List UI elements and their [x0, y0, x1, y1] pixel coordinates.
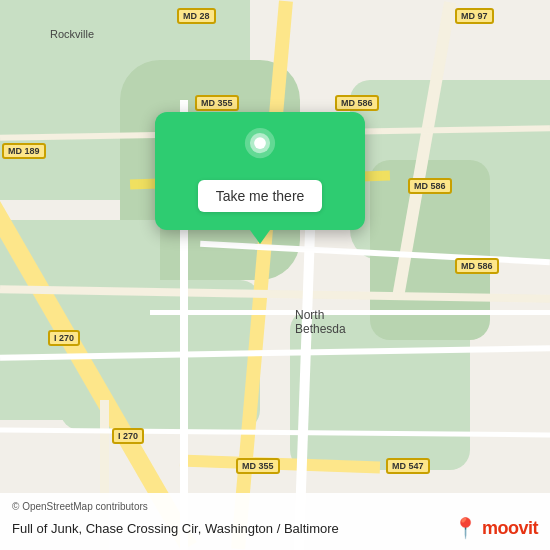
route-badge-md547: MD 547 [386, 458, 430, 474]
route-badge-i270b: I 270 [112, 428, 144, 444]
bottom-bar: © OpenStreetMap contributors Full of Jun… [0, 493, 550, 550]
route-badge-md586c: MD 586 [455, 258, 499, 274]
svg-point-2 [254, 137, 266, 149]
route-badge-md355a: MD 355 [195, 95, 239, 111]
moovit-label: moovit [482, 518, 538, 539]
route-badge-md28: MD 28 [177, 8, 216, 24]
route-badge-md189: MD 189 [2, 143, 46, 159]
bottom-row: Full of Junk, Chase Crossing Cir, Washin… [12, 516, 538, 540]
osm-credit: © OpenStreetMap contributors [12, 501, 538, 512]
road-local [150, 310, 550, 315]
moovit-pin-icon: 📍 [453, 516, 478, 540]
moovit-logo: 📍 moovit [453, 516, 538, 540]
location-text: Full of Junk, Chase Crossing Cir, Washin… [12, 521, 453, 536]
route-badge-i270a: I 270 [48, 330, 80, 346]
route-badge-md355b: MD 355 [236, 458, 280, 474]
map-container: Rockville NorthBethesda MD 28 MD 97 MD 1… [0, 0, 550, 550]
route-badge-md586a: MD 586 [335, 95, 379, 111]
location-pin-icon [239, 128, 281, 170]
route-badge-md97: MD 97 [455, 8, 494, 24]
route-badge-md586b: MD 586 [408, 178, 452, 194]
take-me-there-button[interactable]: Take me there [198, 180, 323, 212]
popup-card: Take me there [155, 112, 365, 230]
